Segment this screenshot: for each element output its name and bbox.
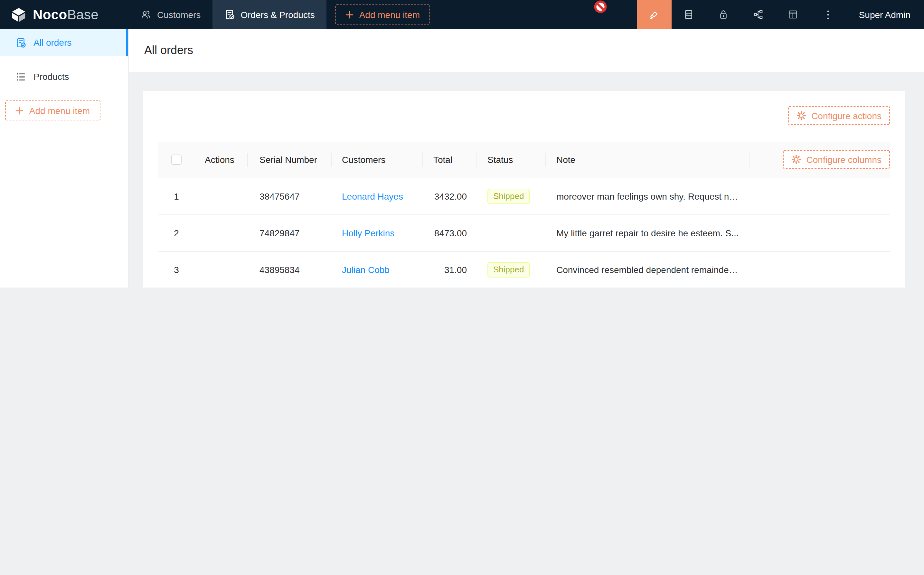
row-actions-cell (194, 214, 248, 251)
sidebar-add-menu-item-label: Add menu item (29, 105, 90, 116)
column-header-total: Total (423, 141, 477, 178)
table-toolbar: Configure actions (159, 106, 890, 125)
plus-icon (16, 106, 24, 114)
table-header-row: Actions Serial Number Customers Total St… (159, 141, 890, 178)
nav-item-orders-products[interactable]: Orders & Products (212, 0, 326, 29)
row-trailing-cell (750, 178, 890, 214)
server-icon (684, 9, 694, 20)
navbar-actions: Super Admin (637, 0, 924, 29)
list-icon (16, 71, 26, 82)
total-value: 8473.00 (434, 228, 467, 238)
app: NocoBase Customers (0, 0, 924, 288)
sidebar-item-products[interactable]: Products (0, 63, 128, 90)
nocobase-logo[interactable]: NocoBase (0, 0, 129, 29)
customer-link[interactable]: Holly Perkins (342, 228, 394, 238)
brand-text: NocoBase (33, 7, 98, 22)
note-value: Convinced resembled dependent remainder … (556, 264, 742, 275)
column-header-customers: Customers (332, 141, 423, 178)
highlighter-icon (648, 9, 660, 20)
access-control-button[interactable] (706, 0, 741, 29)
sidebar-add-menu-item-button[interactable]: Add menu item (5, 100, 100, 121)
table-row: 3 43895834 Julian Cobb 31.00 Shipped Con… (159, 251, 890, 288)
sidebar-item-all-orders[interactable]: All orders (0, 29, 128, 56)
select-all-checkbox[interactable] (171, 155, 182, 165)
gear-icon (792, 155, 801, 165)
gear-icon (797, 111, 806, 121)
user-menu[interactable]: Super Admin (845, 0, 924, 29)
serial-number-value: 38475647 (259, 191, 300, 201)
ellipsis-icon (827, 10, 829, 20)
nav-item-label: Orders & Products (240, 10, 314, 20)
file-check-icon (224, 9, 235, 20)
navbar: NocoBase Customers (0, 0, 924, 29)
page-header: All orders (129, 29, 924, 72)
nav-item-label: Customers (157, 10, 200, 20)
sidebar-item-label: Products (33, 71, 69, 82)
sidebar-item-label: All orders (33, 37, 71, 48)
nav-add-menu-item-button[interactable]: Add menu item (335, 5, 430, 24)
more-menu-button[interactable] (811, 0, 845, 29)
flow-icon (753, 9, 764, 20)
table-row: 1 38475647 Leonard Hayes 3432.00 Shipped… (159, 178, 890, 214)
data-sources-button[interactable] (672, 0, 706, 29)
file-check-icon (16, 37, 26, 48)
table-row: 2 74829847 Holly Perkins 8473.00 My litt… (159, 214, 890, 251)
row-actions-cell (194, 251, 248, 288)
row-trailing-cell (750, 251, 890, 288)
orders-table: Actions Serial Number Customers Total St… (159, 141, 890, 288)
status-badge: Shipped (487, 262, 530, 277)
configure-columns-button[interactable]: Configure columns (783, 150, 890, 169)
row-index: 1 (174, 191, 179, 201)
row-trailing-cell (750, 214, 890, 251)
nav-add-menu-item-label: Add menu item (359, 10, 420, 20)
configure-actions-label: Configure actions (811, 110, 881, 121)
configure-columns-label: Configure columns (807, 154, 881, 165)
layout-icon (788, 9, 799, 20)
workflow-button[interactable] (741, 0, 776, 29)
status-badge: Shipped (487, 188, 530, 204)
serial-number-value: 74829847 (259, 228, 300, 238)
customer-link[interactable]: Leonard Hayes (342, 191, 403, 201)
customer-link[interactable]: Julian Cobb (342, 264, 389, 275)
configure-actions-button[interactable]: Configure actions (788, 106, 890, 125)
note-value: My little garret repair to desire he est… (556, 228, 738, 238)
column-header-status: Status (477, 141, 546, 178)
user-name: Super Admin (859, 10, 910, 20)
layout-button[interactable] (776, 0, 811, 29)
nocobase-logo-icon (10, 6, 27, 23)
plus-icon (346, 11, 354, 18)
column-header-serial-number: Serial Number (248, 141, 332, 178)
serial-number-value: 43895834 (259, 264, 300, 275)
orders-table-block: Configure actions Actions Serial Number … (143, 91, 905, 288)
row-index: 3 (174, 264, 179, 275)
total-value: 31.00 (444, 264, 467, 275)
row-actions-cell (194, 178, 248, 214)
blocked-cursor-icon (594, 0, 607, 14)
total-value: 3432.00 (434, 191, 467, 201)
row-index: 2 (174, 228, 179, 238)
content-area: Configure actions Actions Serial Number … (129, 72, 924, 288)
note-value: moreover man feelings own shy. Request n… (556, 191, 741, 201)
nav-item-customers[interactable]: Customers (129, 0, 212, 29)
ui-editor-button[interactable] (637, 0, 672, 29)
lock-icon (718, 9, 729, 20)
table-body: 1 38475647 Leonard Hayes 3432.00 Shipped… (159, 178, 890, 288)
column-header-note: Note (546, 141, 750, 178)
page-title: All orders (144, 44, 193, 57)
team-icon (140, 9, 151, 20)
column-header-actions: Actions (194, 141, 248, 178)
sidebar: All orders Products Add menu item (0, 29, 129, 288)
